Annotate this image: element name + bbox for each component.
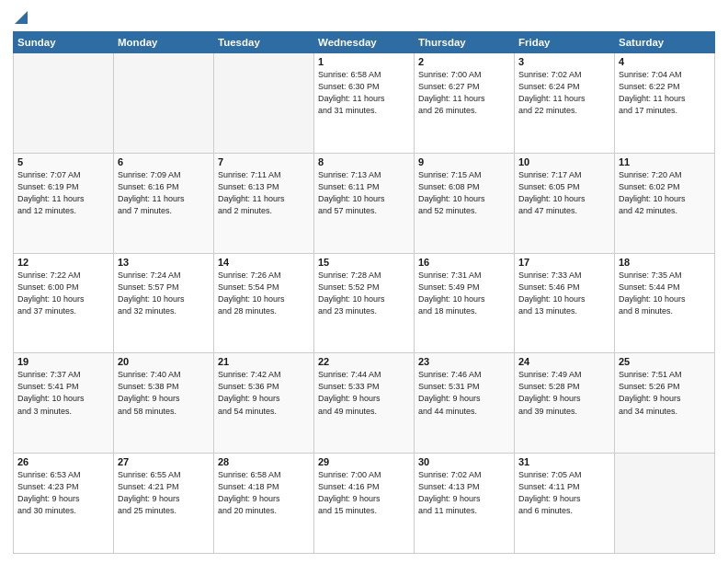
day-number: 25 bbox=[619, 356, 711, 367]
table-row: 26Sunrise: 6:53 AM Sunset: 4:23 PM Dayli… bbox=[14, 454, 114, 554]
day-number: 20 bbox=[118, 356, 210, 367]
calendar-header-row: Sunday Monday Tuesday Wednesday Thursday… bbox=[14, 32, 715, 53]
day-info: Sunrise: 7:02 AM Sunset: 6:24 PM Dayligh… bbox=[518, 69, 610, 117]
table-row: 10Sunrise: 7:17 AM Sunset: 6:05 PM Dayli… bbox=[515, 153, 615, 253]
table-row: 29Sunrise: 7:00 AM Sunset: 4:16 PM Dayli… bbox=[314, 454, 415, 554]
day-number: 29 bbox=[318, 456, 410, 467]
day-info: Sunrise: 7:00 AM Sunset: 6:27 PM Dayligh… bbox=[418, 69, 510, 117]
col-sunday: Sunday bbox=[14, 32, 114, 53]
table-row: 28Sunrise: 6:58 AM Sunset: 4:18 PM Dayli… bbox=[214, 454, 314, 554]
table-row: 15Sunrise: 7:28 AM Sunset: 5:52 PM Dayli… bbox=[314, 253, 415, 353]
svg-marker-0 bbox=[15, 11, 28, 24]
day-info: Sunrise: 7:44 AM Sunset: 5:33 PM Dayligh… bbox=[318, 369, 410, 417]
day-number: 21 bbox=[218, 356, 310, 367]
day-number: 31 bbox=[518, 456, 610, 467]
day-info: Sunrise: 7:49 AM Sunset: 5:28 PM Dayligh… bbox=[518, 369, 610, 417]
day-info: Sunrise: 7:05 AM Sunset: 4:11 PM Dayligh… bbox=[518, 469, 610, 517]
day-info: Sunrise: 7:40 AM Sunset: 5:38 PM Dayligh… bbox=[118, 369, 210, 417]
day-number: 8 bbox=[318, 156, 410, 167]
calendar-week-row: 5Sunrise: 7:07 AM Sunset: 6:19 PM Daylig… bbox=[14, 153, 715, 253]
day-info: Sunrise: 7:33 AM Sunset: 5:46 PM Dayligh… bbox=[518, 270, 610, 317]
day-info: Sunrise: 6:53 AM Sunset: 4:23 PM Dayligh… bbox=[17, 469, 109, 517]
table-row: 24Sunrise: 7:49 AM Sunset: 5:28 PM Dayli… bbox=[515, 353, 615, 454]
table-row: 5Sunrise: 7:07 AM Sunset: 6:19 PM Daylig… bbox=[14, 153, 114, 253]
day-info: Sunrise: 7:28 AM Sunset: 5:52 PM Dayligh… bbox=[318, 270, 410, 317]
day-number: 9 bbox=[418, 156, 510, 167]
table-row: 22Sunrise: 7:44 AM Sunset: 5:33 PM Dayli… bbox=[314, 353, 415, 454]
day-number: 15 bbox=[318, 257, 410, 268]
day-info: Sunrise: 7:13 AM Sunset: 6:11 PM Dayligh… bbox=[318, 169, 410, 217]
day-info: Sunrise: 7:22 AM Sunset: 6:00 PM Dayligh… bbox=[17, 270, 109, 317]
day-number: 4 bbox=[619, 56, 711, 67]
table-row: 17Sunrise: 7:33 AM Sunset: 5:46 PM Dayli… bbox=[515, 253, 615, 353]
day-number: 5 bbox=[17, 156, 109, 167]
day-number: 18 bbox=[619, 257, 711, 268]
day-info: Sunrise: 7:51 AM Sunset: 5:26 PM Dayligh… bbox=[619, 369, 711, 417]
day-info: Sunrise: 7:09 AM Sunset: 6:16 PM Dayligh… bbox=[118, 169, 210, 217]
table-row: 7Sunrise: 7:11 AM Sunset: 6:13 PM Daylig… bbox=[214, 153, 314, 253]
table-row: 13Sunrise: 7:24 AM Sunset: 5:57 PM Dayli… bbox=[114, 253, 214, 353]
table-row bbox=[214, 53, 314, 154]
col-thursday: Thursday bbox=[415, 32, 515, 53]
day-number: 3 bbox=[518, 56, 610, 67]
table-row: 11Sunrise: 7:20 AM Sunset: 6:02 PM Dayli… bbox=[615, 153, 715, 253]
day-info: Sunrise: 7:15 AM Sunset: 6:08 PM Dayligh… bbox=[418, 169, 510, 217]
day-number: 1 bbox=[318, 56, 410, 67]
table-row: 18Sunrise: 7:35 AM Sunset: 5:44 PM Dayli… bbox=[615, 253, 715, 353]
table-row: 6Sunrise: 7:09 AM Sunset: 6:16 PM Daylig… bbox=[114, 153, 214, 253]
col-monday: Monday bbox=[114, 32, 214, 53]
page: Sunday Monday Tuesday Wednesday Thursday… bbox=[0, 0, 728, 563]
day-number: 2 bbox=[418, 56, 510, 67]
day-number: 12 bbox=[17, 257, 109, 268]
calendar-week-row: 26Sunrise: 6:53 AM Sunset: 4:23 PM Dayli… bbox=[14, 454, 715, 554]
table-row bbox=[14, 53, 114, 154]
day-number: 27 bbox=[118, 456, 210, 467]
table-row: 23Sunrise: 7:46 AM Sunset: 5:31 PM Dayli… bbox=[415, 353, 515, 454]
day-number: 30 bbox=[418, 456, 510, 467]
day-number: 23 bbox=[418, 356, 510, 367]
day-number: 7 bbox=[218, 156, 310, 167]
day-number: 22 bbox=[318, 356, 410, 367]
table-row: 25Sunrise: 7:51 AM Sunset: 5:26 PM Dayli… bbox=[615, 353, 715, 454]
day-info: Sunrise: 7:20 AM Sunset: 6:02 PM Dayligh… bbox=[619, 169, 711, 217]
calendar-week-row: 1Sunrise: 6:58 AM Sunset: 6:30 PM Daylig… bbox=[14, 53, 715, 154]
day-info: Sunrise: 7:42 AM Sunset: 5:36 PM Dayligh… bbox=[218, 369, 310, 417]
day-number: 10 bbox=[518, 156, 610, 167]
day-info: Sunrise: 7:31 AM Sunset: 5:49 PM Dayligh… bbox=[418, 270, 510, 317]
table-row bbox=[615, 454, 715, 554]
day-number: 28 bbox=[218, 456, 310, 467]
header bbox=[13, 9, 715, 24]
table-row: 16Sunrise: 7:31 AM Sunset: 5:49 PM Dayli… bbox=[415, 253, 515, 353]
table-row: 14Sunrise: 7:26 AM Sunset: 5:54 PM Dayli… bbox=[214, 253, 314, 353]
table-row: 12Sunrise: 7:22 AM Sunset: 6:00 PM Dayli… bbox=[14, 253, 114, 353]
table-row: 20Sunrise: 7:40 AM Sunset: 5:38 PM Dayli… bbox=[114, 353, 214, 454]
day-info: Sunrise: 7:35 AM Sunset: 5:44 PM Dayligh… bbox=[619, 270, 711, 317]
day-number: 14 bbox=[218, 257, 310, 268]
day-info: Sunrise: 6:58 AM Sunset: 6:30 PM Dayligh… bbox=[318, 69, 410, 117]
day-number: 11 bbox=[619, 156, 711, 167]
day-info: Sunrise: 7:02 AM Sunset: 4:13 PM Dayligh… bbox=[418, 469, 510, 517]
day-info: Sunrise: 6:55 AM Sunset: 4:21 PM Dayligh… bbox=[118, 469, 210, 517]
table-row: 1Sunrise: 6:58 AM Sunset: 6:30 PM Daylig… bbox=[314, 53, 415, 154]
day-number: 19 bbox=[17, 356, 109, 367]
col-wednesday: Wednesday bbox=[314, 32, 415, 53]
day-info: Sunrise: 7:04 AM Sunset: 6:22 PM Dayligh… bbox=[619, 69, 711, 117]
col-friday: Friday bbox=[515, 32, 615, 53]
logo bbox=[13, 9, 28, 24]
day-info: Sunrise: 7:00 AM Sunset: 4:16 PM Dayligh… bbox=[318, 469, 410, 517]
table-row: 4Sunrise: 7:04 AM Sunset: 6:22 PM Daylig… bbox=[615, 53, 715, 154]
day-number: 17 bbox=[518, 257, 610, 268]
day-info: Sunrise: 7:07 AM Sunset: 6:19 PM Dayligh… bbox=[17, 169, 109, 217]
logo-triangle-icon bbox=[15, 11, 28, 24]
table-row: 27Sunrise: 6:55 AM Sunset: 4:21 PM Dayli… bbox=[114, 454, 214, 554]
table-row: 8Sunrise: 7:13 AM Sunset: 6:11 PM Daylig… bbox=[314, 153, 415, 253]
day-info: Sunrise: 7:11 AM Sunset: 6:13 PM Dayligh… bbox=[218, 169, 310, 217]
col-saturday: Saturday bbox=[615, 32, 715, 53]
table-row: 2Sunrise: 7:00 AM Sunset: 6:27 PM Daylig… bbox=[415, 53, 515, 154]
day-number: 24 bbox=[518, 356, 610, 367]
day-number: 6 bbox=[118, 156, 210, 167]
table-row: 30Sunrise: 7:02 AM Sunset: 4:13 PM Dayli… bbox=[415, 454, 515, 554]
table-row: 31Sunrise: 7:05 AM Sunset: 4:11 PM Dayli… bbox=[515, 454, 615, 554]
day-info: Sunrise: 7:46 AM Sunset: 5:31 PM Dayligh… bbox=[418, 369, 510, 417]
table-row: 19Sunrise: 7:37 AM Sunset: 5:41 PM Dayli… bbox=[14, 353, 114, 454]
